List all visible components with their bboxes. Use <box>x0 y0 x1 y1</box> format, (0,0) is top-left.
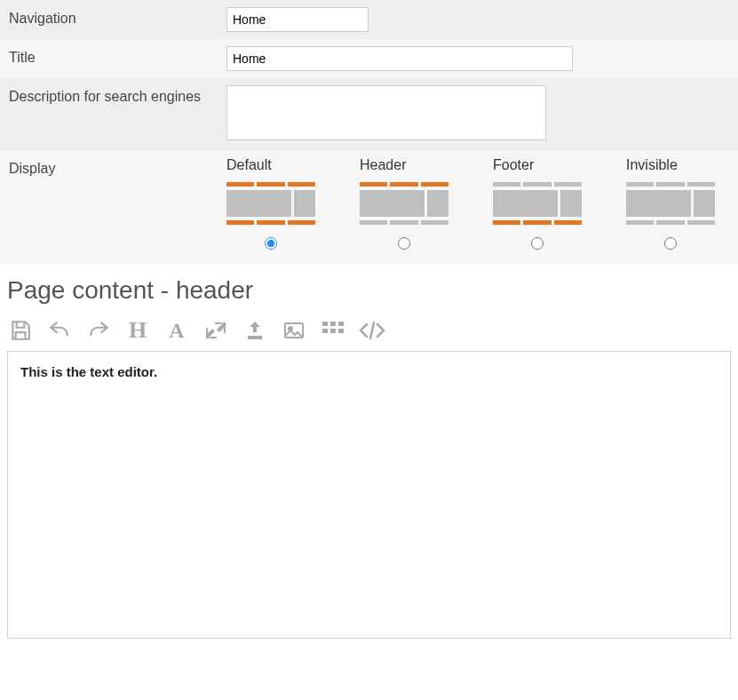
display-option-label: Footer <box>493 157 534 177</box>
display-option-default[interactable]: Default <box>226 157 324 250</box>
navigation-input[interactable] <box>226 7 369 32</box>
svg-rect-8 <box>338 329 344 333</box>
row-navigation: Navigation <box>0 0 738 39</box>
code-icon[interactable] <box>359 317 385 344</box>
display-radio-default[interactable] <box>265 237 277 250</box>
upload-icon[interactable] <box>242 317 268 344</box>
description-textarea[interactable] <box>226 85 546 140</box>
fullscreen-icon[interactable] <box>202 317 229 344</box>
display-radio-invisible[interactable] <box>664 237 677 250</box>
editor-frame: This is the text editor. <box>7 351 731 639</box>
display-radio-footer[interactable] <box>531 237 544 250</box>
display-option-label: Invisible <box>626 157 678 177</box>
row-display: Display Default Header Footer <box>0 150 738 264</box>
display-option-header[interactable]: Header <box>360 157 457 250</box>
display-radio-header[interactable] <box>398 237 410 250</box>
display-option-label: Default <box>226 157 272 177</box>
svg-rect-5 <box>338 322 344 326</box>
control-title <box>226 46 729 71</box>
page-content-heading: Page content - header <box>0 264 738 314</box>
row-description: Description for search engines <box>0 78 738 150</box>
svg-rect-3 <box>322 322 328 326</box>
control-navigation <box>226 7 729 32</box>
image-icon[interactable] <box>281 317 307 344</box>
svg-rect-4 <box>330 322 336 326</box>
svg-rect-7 <box>330 329 336 333</box>
display-thumb-footer <box>493 182 582 225</box>
svg-rect-0 <box>248 336 262 339</box>
display-thumb-default <box>226 182 315 225</box>
display-option-label: Header <box>360 157 406 177</box>
svg-rect-6 <box>322 329 328 333</box>
row-title: Title <box>0 39 738 78</box>
save-icon[interactable] <box>7 317 34 344</box>
editor-content[interactable]: This is the text editor. <box>20 364 718 625</box>
display-options: Default Header Footer <box>226 157 729 250</box>
label-title: Title <box>9 46 226 66</box>
display-option-invisible[interactable]: Invisible <box>626 157 724 250</box>
label-navigation: Navigation <box>9 7 226 27</box>
display-option-footer[interactable]: Footer <box>493 157 591 250</box>
display-thumb-invisible <box>626 182 715 225</box>
grid-icon[interactable] <box>320 317 346 344</box>
heading-icon[interactable]: H <box>124 317 151 344</box>
label-display: Display <box>9 157 226 177</box>
undo-icon[interactable] <box>46 317 73 344</box>
redo-icon[interactable] <box>85 317 112 344</box>
display-thumb-header <box>360 182 448 225</box>
title-input[interactable] <box>226 46 573 71</box>
control-description <box>226 85 729 143</box>
font-icon[interactable]: A <box>163 317 190 344</box>
label-description: Description for search engines <box>9 85 226 105</box>
editor-toolbar: H A <box>0 314 738 351</box>
